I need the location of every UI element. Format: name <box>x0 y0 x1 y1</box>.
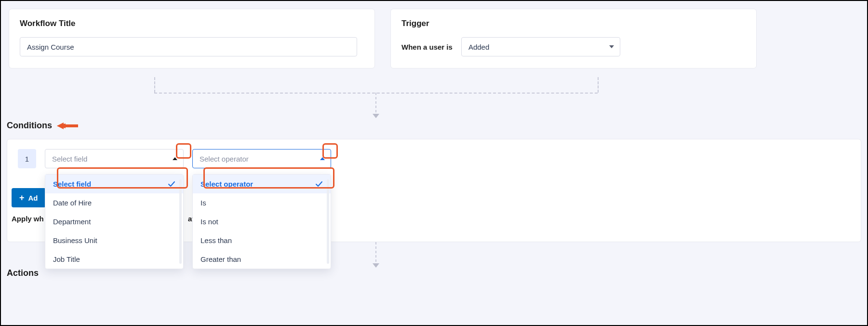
trigger-prefix-label: When a user is <box>401 43 453 51</box>
scrollbar[interactable] <box>179 179 182 264</box>
condition-operator-option[interactable]: Is not <box>193 212 331 231</box>
condition-operator-placeholder: Select operator <box>200 155 249 163</box>
condition-operator-option[interactable]: Is <box>193 193 331 212</box>
condition-operator-dropdown: Select operator Is Is not Less than Grea… <box>192 174 331 269</box>
condition-operator-option-selected[interactable]: Select operator <box>193 175 331 193</box>
condition-operator-option[interactable]: Greater than <box>193 250 331 269</box>
condition-field-dropdown: Select field Date of Hire Department Bus… <box>45 174 184 269</box>
check-icon <box>168 180 175 188</box>
chevron-down-icon <box>373 263 379 268</box>
conditions-section-label: Conditions <box>7 121 52 131</box>
workflow-title-card: Workflow Title <box>9 9 375 68</box>
check-icon <box>315 180 323 188</box>
condition-field-option[interactable]: Department <box>45 212 183 231</box>
actions-section-header: Actions <box>7 268 39 278</box>
condition-field-select-wrapper: Select field Select field Date of Hire D… <box>45 149 184 168</box>
condition-field-option[interactable]: Business Unit <box>45 231 183 250</box>
connector-arrow <box>373 93 379 118</box>
add-condition-button[interactable]: + Ad <box>12 188 46 207</box>
apply-when-label-head: Apply wh <box>12 215 44 223</box>
plus-icon: + <box>19 193 25 202</box>
condition-field-select[interactable]: Select field <box>45 149 184 168</box>
workflow-title-input[interactable] <box>20 37 357 56</box>
condition-operator-select-wrapper: Select operator Select operator Is Is no… <box>192 149 331 168</box>
trigger-select-value: Added <box>468 43 489 51</box>
connector-line <box>598 77 599 93</box>
connector-line <box>154 77 155 93</box>
condition-field-option[interactable]: Date of Hire <box>45 193 183 212</box>
trigger-label: Trigger <box>401 19 746 28</box>
condition-field-option-selected[interactable]: Select field <box>45 175 183 193</box>
caret-up-icon <box>173 157 177 160</box>
workflow-title-label: Workflow Title <box>20 19 364 28</box>
conditions-section-header: Conditions <box>7 121 78 131</box>
trigger-card: Trigger When a user is Added <box>390 9 757 68</box>
condition-row-number: 1 <box>18 149 36 168</box>
condition-field-placeholder: Select field <box>52 155 87 163</box>
actions-section-label: Actions <box>7 268 39 278</box>
annotation-arrow-icon <box>57 122 78 130</box>
condition-field-option[interactable]: Job Title <box>45 250 183 269</box>
trigger-select[interactable]: Added <box>461 37 620 56</box>
chevron-down-icon <box>373 114 379 118</box>
conditions-card: 1 Select field Select field Date of Hire… <box>7 139 861 242</box>
svg-rect-0 <box>64 124 78 127</box>
connector-arrow <box>373 242 379 268</box>
condition-operator-option[interactable]: Less than <box>193 231 331 250</box>
condition-operator-select[interactable]: Select operator <box>192 149 331 168</box>
scrollbar[interactable] <box>327 179 329 264</box>
caret-up-icon <box>320 157 325 160</box>
caret-down-icon <box>609 45 614 48</box>
